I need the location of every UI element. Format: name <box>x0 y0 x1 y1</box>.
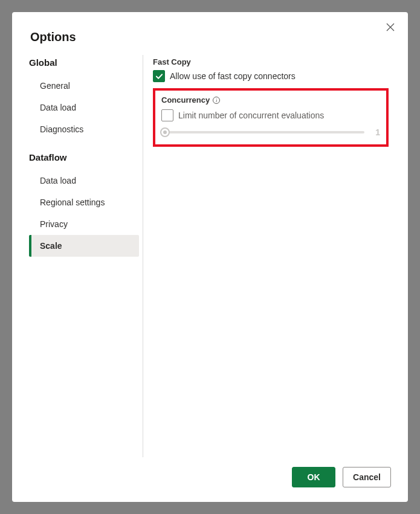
sidebar-item-scale[interactable]: Scale <box>29 235 139 257</box>
concurrency-slider[interactable] <box>161 131 364 133</box>
sidebar-header-dataflow: Dataflow <box>29 152 139 162</box>
concurrency-header: Concurrency <box>161 95 210 104</box>
fastcopy-label: Allow use of fast copy connectors <box>170 71 296 81</box>
concurrency-header-row: Concurrency i <box>161 95 380 104</box>
fastcopy-checkbox[interactable] <box>153 70 165 82</box>
fastcopy-header: Fast Copy <box>153 57 399 66</box>
info-icon[interactable]: i <box>213 97 220 104</box>
dialog-title: Options <box>12 12 408 55</box>
check-icon <box>155 72 163 80</box>
close-icon <box>386 23 395 31</box>
ok-button[interactable]: OK <box>292 467 335 487</box>
concurrency-label: Limit number of concurrent evaluations <box>178 111 324 120</box>
sidebar-item-dataload-dataflow[interactable]: Data load <box>29 170 139 191</box>
sidebar-item-diagnostics[interactable]: Diagnostics <box>29 118 139 140</box>
cancel-button[interactable]: Cancel <box>343 467 391 487</box>
dialog-footer: OK Cancel <box>12 457 408 502</box>
slider-thumb[interactable] <box>160 127 170 137</box>
sidebar-item-dataload-global[interactable]: Data load <box>29 97 139 118</box>
sidebar-header-global: Global <box>29 57 139 68</box>
sidebar-item-privacy[interactable]: Privacy <box>29 213 139 235</box>
options-dialog: Options Global General Data load Diagnos… <box>12 12 408 502</box>
slider-value: 1 <box>372 127 380 137</box>
concurrency-slider-row: 1 <box>161 127 380 137</box>
concurrency-checkbox[interactable] <box>161 109 173 121</box>
concurrency-option-row: Limit number of concurrent evaluations <box>161 109 380 121</box>
sidebar-item-general[interactable]: General <box>29 75 139 97</box>
content-pane: Fast Copy Allow use of fast copy connect… <box>143 55 408 457</box>
concurrency-highlight: Concurrency i Limit number of concurrent… <box>153 88 389 147</box>
dialog-body: Global General Data load Diagnostics Dat… <box>12 55 408 457</box>
fastcopy-option-row: Allow use of fast copy connectors <box>153 70 399 82</box>
close-button[interactable] <box>386 23 396 33</box>
sidebar-item-regional[interactable]: Regional settings <box>29 191 139 213</box>
sidebar: Global General Data load Diagnostics Dat… <box>29 55 143 457</box>
